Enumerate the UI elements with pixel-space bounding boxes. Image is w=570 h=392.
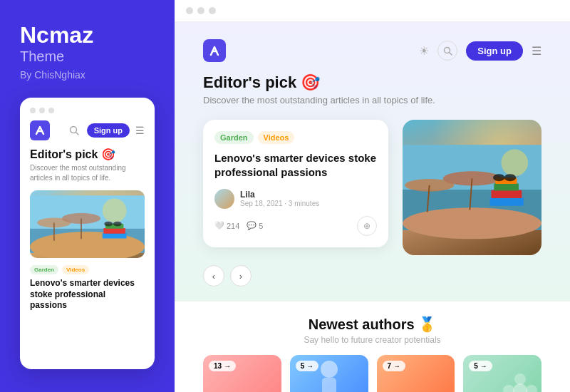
card-comments: 💬 5 xyxy=(247,221,263,230)
card-footer: 🤍 214 💬 5 ⊕ xyxy=(214,216,377,236)
demo-logo xyxy=(203,39,226,62)
editors-pick-subheading: Discover the most outstanding articles i… xyxy=(203,95,542,105)
mockup-signup-button[interactable]: Sign up xyxy=(87,123,130,138)
mockup-logo xyxy=(30,120,50,140)
card-tag-garden: Garden xyxy=(214,131,254,144)
card-title: Lenovo's smarter devices stoke professio… xyxy=(214,151,377,180)
svg-point-19 xyxy=(501,150,528,177)
editors-hero-image xyxy=(403,120,542,255)
prev-arrow[interactable]: ‹ xyxy=(203,265,224,287)
svg-point-21 xyxy=(403,207,542,239)
mockup-tag-garden: Garden xyxy=(30,265,58,274)
mockup-nav-right: Sign up ☰ xyxy=(67,123,145,138)
editors-card: Garden Videos Lenovo's smarter devices s… xyxy=(203,120,388,247)
card-stats: 🤍 214 💬 5 xyxy=(214,221,263,230)
svg-point-13 xyxy=(104,222,113,227)
mockup-dot-2 xyxy=(39,108,45,113)
svg-rect-27 xyxy=(492,190,522,198)
mockup-editors-pick: Editor's pick 🎯 xyxy=(30,148,145,161)
author-card-3: 7→ xyxy=(377,355,455,392)
mockup-hamburger-icon: ☰ xyxy=(135,125,145,136)
card-author-info: Lila Sep 18, 2021 · 3 minutes xyxy=(240,190,319,207)
svg-rect-10 xyxy=(103,233,127,239)
nav-arrows: ‹ › xyxy=(203,265,542,287)
mockup-article-title: Lenovo's smarter devices stoke professio… xyxy=(30,278,145,311)
svg-rect-11 xyxy=(103,228,125,234)
demo-logo-icon xyxy=(203,39,226,62)
demo-area: ☀ Sign up ☰ Editor's pick 🎯 Discover the… xyxy=(175,22,570,392)
author-badge-3: 7→ xyxy=(383,361,406,371)
demo-nav-right: ☀ Sign up ☰ xyxy=(419,41,542,61)
editors-pick-heading: Editor's pick 🎯 xyxy=(203,73,542,92)
author-meta: Sep 18, 2021 · 3 minutes xyxy=(240,200,319,207)
demo-signup-button[interactable]: Sign up xyxy=(466,41,523,61)
card-author-avatar xyxy=(214,189,234,209)
mockup-tag-videos: Videos xyxy=(62,265,89,274)
demo-hamburger-icon[interactable]: ☰ xyxy=(532,44,542,58)
sidebar: Ncmaz Theme By ChisNghiax xyxy=(0,0,175,392)
mockup-dot-3 xyxy=(48,108,54,113)
demo-search-icon[interactable] xyxy=(437,41,457,61)
mockup-hero-image xyxy=(30,190,145,258)
svg-point-38 xyxy=(514,373,526,385)
author-name: Lila xyxy=(240,190,319,200)
brand-title: Ncmaz xyxy=(20,23,155,48)
mockup-nav: Sign up ☰ xyxy=(30,120,145,140)
comment-icon: 💬 xyxy=(247,221,256,230)
svg-point-31 xyxy=(504,174,516,181)
editors-section: ☀ Sign up ☰ Editor's pick 🎯 Discover the… xyxy=(175,22,570,301)
card-tags: Garden Videos xyxy=(214,131,377,144)
svg-point-40 xyxy=(503,385,514,392)
svg-point-14 xyxy=(113,222,122,227)
svg-rect-28 xyxy=(494,183,519,190)
svg-rect-26 xyxy=(490,197,524,205)
editors-card-area: Garden Videos Lenovo's smarter devices s… xyxy=(203,120,542,255)
authors-section: Newest authors 🥇 Say hello to future cre… xyxy=(175,301,570,392)
browser-bar xyxy=(175,0,570,22)
mockup-dots xyxy=(30,108,145,113)
heart-icon: 🤍 xyxy=(214,221,224,230)
svg-point-35 xyxy=(321,361,338,378)
sun-icon[interactable]: ☀ xyxy=(419,44,429,58)
svg-line-17 xyxy=(449,52,452,55)
demo-navbar: ☀ Sign up ☰ xyxy=(203,39,542,62)
author-badge-1: 13→ xyxy=(209,361,236,371)
mockup-dot-1 xyxy=(30,108,36,113)
author-card-2: 5→ xyxy=(290,355,368,392)
svg-line-1 xyxy=(76,133,78,135)
mockup-search-icon xyxy=(67,123,81,138)
browser-dot-1 xyxy=(186,7,193,14)
browser-dot-2 xyxy=(197,7,204,14)
author-cards: 13→ 5→ 7→ xyxy=(203,355,542,392)
author-card-1: 13→ xyxy=(203,355,281,392)
authors-heading: Newest authors 🥇 xyxy=(203,316,542,333)
mobile-mockup: Sign up ☰ Editor's pick 🎯 Discover the m… xyxy=(20,98,155,369)
card-tag-videos: Videos xyxy=(258,131,295,144)
card-likes: 🤍 214 xyxy=(214,221,239,230)
author-card-4: 5→ xyxy=(463,355,542,392)
next-arrow[interactable]: › xyxy=(230,265,252,287)
svg-point-41 xyxy=(526,385,537,392)
main-content: ☀ Sign up ☰ Editor's pick 🎯 Discover the… xyxy=(175,0,570,392)
mockup-logo-icon xyxy=(30,120,50,140)
card-author-row: Lila Sep 18, 2021 · 3 minutes xyxy=(214,189,377,209)
svg-point-30 xyxy=(493,174,504,181)
authors-subheading: Say hello to future creator potentials xyxy=(203,335,542,345)
brand-by: By ChisNghiax xyxy=(20,69,155,81)
mockup-editors-sub: Discover the most outstanding articles i… xyxy=(30,163,145,183)
bookmark-icon[interactable]: ⊕ xyxy=(357,216,377,236)
browser-dot-3 xyxy=(209,7,216,14)
author-badge-2: 5→ xyxy=(296,361,319,371)
author-badge-4: 5→ xyxy=(469,361,492,371)
svg-point-3 xyxy=(103,199,127,223)
mockup-tags-area: Garden Videos Lenovo's smarter devices s… xyxy=(30,265,145,311)
svg-rect-36 xyxy=(322,378,336,392)
hero-image-overlay xyxy=(403,120,542,255)
brand-sub: Theme xyxy=(20,48,155,65)
